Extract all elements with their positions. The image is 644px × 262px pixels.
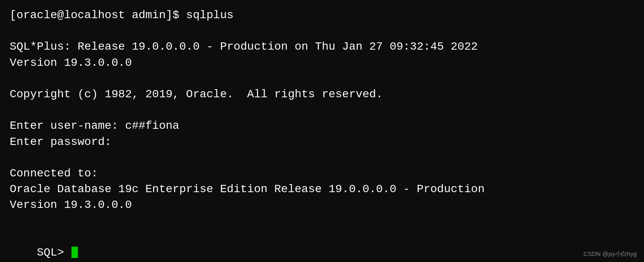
version2-line: Version 19.3.0.0.0: [10, 197, 634, 213]
watermark: CSDN @py小白hyg: [583, 249, 637, 258]
password-line: Enter password:: [10, 134, 634, 150]
cursor-block: [71, 247, 78, 258]
empty-line-3: [10, 102, 634, 118]
version1-line: Version 19.3.0.0.0: [10, 55, 634, 71]
terminal-window: [oracle@localhost admin]$ sqlplus SQL*Pl…: [0, 0, 644, 262]
empty-line-2: [10, 71, 634, 86]
sql-prompt-text: SQL>: [37, 246, 71, 259]
empty-line-5: [10, 213, 634, 228]
oracle-db-line: Oracle Database 19c Enterprise Edition R…: [10, 181, 634, 197]
sql-prompt-line[interactable]: SQL>: [10, 229, 634, 262]
copyright-line: Copyright (c) 1982, 2019, Oracle. All ri…: [10, 86, 634, 102]
empty-line-4: [10, 150, 634, 166]
username-line: Enter user-name: c##fiona: [10, 118, 634, 134]
sqlplus-release-line: SQL*Plus: Release 19.0.0.0.0 - Productio…: [10, 39, 634, 54]
empty-line-1: [10, 23, 634, 39]
connected-line: Connected to:: [10, 166, 634, 181]
command-prompt-line: [oracle@localhost admin]$ sqlplus: [10, 7, 634, 23]
